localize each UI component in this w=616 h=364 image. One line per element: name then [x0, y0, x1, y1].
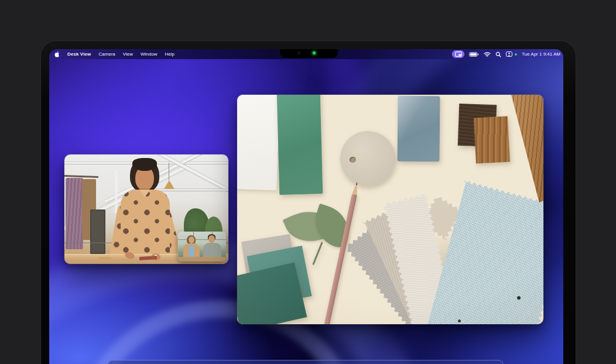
- desk-swatch: [98, 257, 111, 260]
- user-switching-icon[interactable]: [506, 51, 512, 57]
- brown-wood-sample: [474, 116, 510, 164]
- white-sample: [237, 95, 280, 190]
- wifi-icon[interactable]: [484, 51, 491, 57]
- macbook-frame: Desk View Camera View Window Help: [41, 41, 576, 364]
- battery-icon[interactable]: [469, 52, 479, 57]
- hanging-fabric: [66, 178, 83, 249]
- apple-menu-icon[interactable]: [54, 51, 60, 57]
- window-mullion: [178, 239, 226, 240]
- presenter-hair-front: [132, 158, 157, 171]
- menu-window[interactable]: Window: [141, 51, 157, 57]
- camera-active-led: [313, 51, 316, 54]
- ceiling-rail: [152, 188, 228, 191]
- background-window-edge[interactable]: [107, 360, 504, 364]
- fabric-grommet: [517, 296, 521, 300]
- menu-camera[interactable]: Camera: [98, 51, 115, 57]
- spotlight-search-icon[interactable]: [495, 51, 501, 57]
- fabric-grommet: [458, 320, 461, 322]
- screen: Desk View Camera View Window Help: [49, 49, 563, 364]
- menu-app-name[interactable]: Desk View: [67, 51, 91, 57]
- teal-tile-sample: [277, 95, 323, 195]
- pip-woman-face: [189, 236, 194, 243]
- pip-table: [178, 257, 226, 261]
- facetime-pip[interactable]: [178, 232, 226, 261]
- leaf-stem: [312, 242, 323, 265]
- felt-disc-hole: [350, 157, 356, 163]
- studio-speaker: [90, 210, 105, 254]
- menu-clock[interactable]: Tue Apr 1 9:41 AM: [522, 51, 560, 57]
- pendant-lamp: [164, 180, 174, 189]
- lamp-cord: [169, 163, 169, 180]
- menu-view[interactable]: View: [123, 51, 133, 57]
- pip-man-face: [208, 235, 215, 243]
- camera-lens: [297, 51, 300, 54]
- blue-gray-tile-sample: [398, 96, 440, 162]
- column: [115, 170, 118, 213]
- camera-notch: [280, 49, 338, 58]
- felt-disc-sample: [340, 131, 395, 186]
- screen-sharing-indicator-icon[interactable]: [452, 50, 464, 58]
- menu-help[interactable]: Help: [165, 51, 174, 57]
- facetime-window[interactable]: [64, 154, 228, 264]
- desk-view-window[interactable]: [237, 95, 543, 324]
- green-status-dot: [515, 53, 517, 56]
